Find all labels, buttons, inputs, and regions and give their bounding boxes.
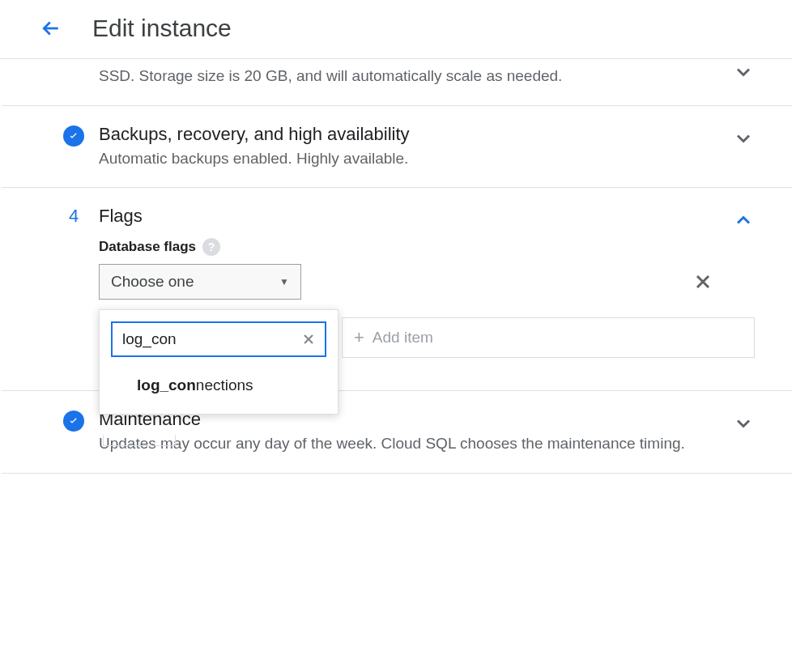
back-arrow-icon[interactable] <box>39 16 63 40</box>
storage-desc: SSD. Storage size is 20 GB, and will aut… <box>99 66 666 87</box>
flag-search-input[interactable] <box>111 321 326 357</box>
flag-select[interactable]: Choose one ▼ <box>99 264 301 300</box>
flag-select-placeholder: Choose one <box>111 273 194 291</box>
page-header: Edit instance <box>0 0 792 59</box>
chevron-up-icon[interactable] <box>732 209 755 232</box>
check-circle-icon <box>63 410 84 432</box>
clear-search-icon[interactable] <box>300 331 317 347</box>
chevron-down-icon[interactable] <box>732 412 755 435</box>
database-flags-label: Database flags ? <box>99 238 755 256</box>
plus-icon: + <box>354 327 364 348</box>
chevron-down-icon[interactable] <box>732 61 755 83</box>
maintenance-desc: Updates may occur any day of the week. C… <box>99 433 722 455</box>
chevron-down-icon[interactable] <box>732 127 755 150</box>
page-title: Edit instance <box>92 15 232 42</box>
obscured-element <box>103 435 176 446</box>
section-storage: SSD. Storage size is 20 GB, and will aut… <box>2 66 792 106</box>
sections-container: SSD. Storage size is 20 GB, and will aut… <box>0 59 792 474</box>
add-item-button[interactable]: + Add item <box>342 317 755 358</box>
flag-dropdown-popup: log_connections <box>99 309 339 415</box>
add-item-label: Add item <box>373 329 433 347</box>
backups-desc: Automatic backups enabled. Highly availa… <box>99 148 722 170</box>
help-icon[interactable]: ? <box>202 238 220 256</box>
flags-title: Flags <box>99 206 722 227</box>
dropdown-triangle-icon: ▼ <box>279 276 289 287</box>
flag-option-log-connections[interactable]: log_connections <box>100 364 338 406</box>
section-flags: 4 Flags Database flags ? Choose one ▼ <box>2 188 792 391</box>
section-backups[interactable]: Backups, recovery, and high availability… <box>2 106 792 189</box>
check-circle-icon <box>63 125 84 147</box>
backups-title: Backups, recovery, and high availability <box>99 124 722 145</box>
remove-flag-button[interactable] <box>692 270 714 293</box>
flags-step-number: 4 <box>63 206 84 227</box>
